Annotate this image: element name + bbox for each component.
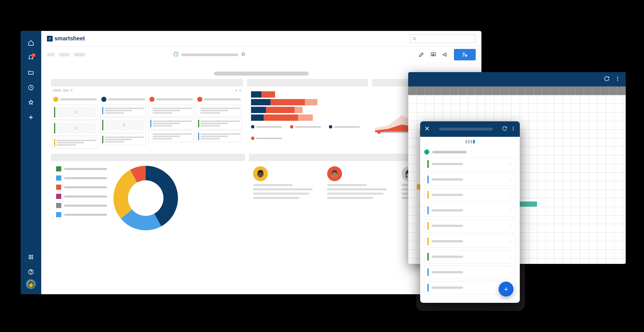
svg-rect-8 [30, 258, 31, 259]
kanban-board[interactable] [51, 93, 243, 150]
main-sidebar: 3 👩 [21, 31, 41, 294]
logo-mark-icon [47, 36, 53, 42]
list-item[interactable]: ⋮ [424, 188, 516, 201]
kanban-card[interactable] [196, 118, 242, 129]
kanban-column[interactable] [147, 95, 195, 150]
kanban-toolbar [51, 86, 243, 93]
kanban-widget [51, 79, 243, 150]
list-item[interactable]: ⋮ [424, 266, 516, 279]
apps-icon[interactable] [25, 251, 37, 263]
donut-widget [51, 154, 245, 231]
add-icon[interactable] [25, 112, 37, 123]
svg-point-21 [513, 128, 514, 129]
legend-item [56, 166, 107, 171]
svg-point-15 [463, 53, 465, 55]
svg-rect-2 [30, 255, 31, 256]
donut-legend [56, 165, 107, 217]
mobile-tabs[interactable] [420, 137, 520, 147]
announce-icon[interactable] [442, 51, 449, 58]
toolbar [41, 46, 481, 63]
more-icon[interactable] [511, 126, 516, 132]
kanban-card[interactable] [100, 118, 146, 133]
list-item[interactable]: ⋮ [424, 250, 516, 263]
kanban-card[interactable] [52, 105, 98, 120]
kanban-card[interactable] [100, 134, 146, 145]
svg-point-17 [617, 77, 618, 78]
mobile-list: ⋮⋮⋮⋮⋮⋮⋮⋮⋮ [420, 157, 520, 303]
kanban-card[interactable] [196, 131, 242, 142]
widget-header [51, 154, 245, 161]
svg-rect-6 [32, 256, 33, 258]
notification-badge: 3 [31, 53, 35, 57]
topbar: smartsheet [41, 31, 481, 46]
breadcrumb[interactable] [47, 53, 55, 56]
widget-header [51, 79, 243, 86]
close-icon[interactable] [424, 126, 430, 133]
brand-name: smartsheet [54, 35, 85, 42]
refresh-icon[interactable] [502, 126, 507, 132]
share-button[interactable] [454, 49, 476, 60]
star-icon[interactable] [241, 52, 246, 58]
edit-icon[interactable] [418, 51, 425, 58]
kanban-column[interactable] [51, 95, 99, 150]
svg-point-20 [513, 127, 514, 127]
refresh-icon[interactable] [604, 76, 610, 83]
list-item[interactable]: ⋮ [424, 219, 516, 232]
svg-point-19 [617, 80, 618, 81]
kanban-column[interactable] [195, 95, 243, 150]
legend-item [56, 212, 107, 217]
kanban-column[interactable] [99, 95, 147, 150]
gantt-toolbar [408, 72, 626, 86]
list-item[interactable]: ⋮ [424, 204, 516, 217]
folder-icon[interactable] [25, 67, 37, 78]
svg-point-12 [413, 37, 415, 39]
legend-item [56, 194, 107, 199]
help-icon[interactable] [25, 266, 37, 278]
svg-point-22 [513, 130, 514, 131]
svg-point-11 [31, 273, 31, 273]
kanban-card[interactable] [148, 118, 194, 129]
mobile-status-row[interactable] [420, 147, 520, 157]
kanban-card[interactable] [100, 105, 146, 116]
list-item[interactable]: ⋮ [424, 173, 516, 186]
more-icon[interactable] [615, 76, 621, 83]
legend-item [56, 185, 107, 190]
svg-rect-7 [29, 258, 30, 259]
kanban-card[interactable] [52, 137, 98, 149]
notifications-icon[interactable]: 3 [25, 52, 37, 64]
clock-icon [173, 51, 179, 58]
person-card[interactable]: 👨🏿 [253, 166, 319, 201]
present-icon[interactable] [430, 51, 437, 58]
svg-rect-9 [32, 258, 33, 259]
recent-icon[interactable] [25, 82, 37, 93]
mobile-toolbar [420, 121, 520, 137]
add-button[interactable]: + [499, 282, 513, 297]
kanban-card[interactable] [148, 131, 194, 142]
search-icon [412, 37, 416, 41]
widget-header [247, 79, 368, 86]
breadcrumb[interactable] [74, 53, 85, 56]
svg-rect-5 [30, 256, 31, 258]
svg-rect-3 [32, 255, 33, 256]
bar-chart-widget [247, 79, 368, 150]
favorites-icon[interactable] [25, 97, 37, 108]
gantt-ruler [408, 86, 626, 95]
status-dot-icon [424, 149, 429, 155]
user-avatar[interactable]: 👩 [26, 279, 36, 289]
person-card[interactable]: 👨🏽 [327, 166, 393, 201]
list-item[interactable]: ⋮ [424, 235, 516, 248]
list-item[interactable]: ⋮ [424, 157, 516, 171]
kanban-card[interactable] [196, 105, 242, 116]
document-title[interactable] [181, 54, 238, 56]
svg-point-18 [617, 78, 618, 79]
svg-rect-4 [29, 256, 30, 258]
kanban-card[interactable] [148, 105, 194, 116]
home-icon[interactable] [25, 37, 37, 49]
area-legend [377, 131, 409, 134]
kanban-card[interactable] [52, 121, 98, 136]
bar-chart [247, 86, 368, 142]
brand-logo[interactable]: smartsheet [47, 35, 85, 42]
breadcrumb[interactable] [59, 53, 70, 56]
mobile-view: ⋮⋮⋮⋮⋮⋮⋮⋮⋮ + [420, 121, 520, 303]
search-input[interactable] [410, 34, 476, 43]
